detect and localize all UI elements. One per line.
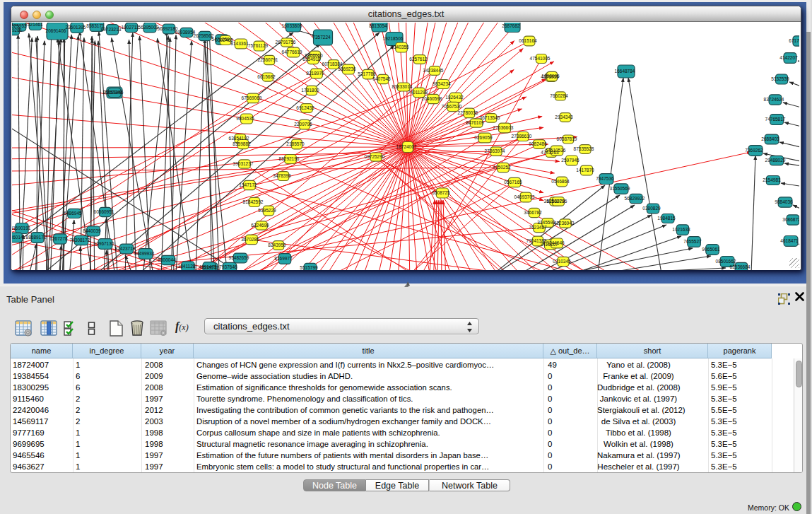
svg-text:0546864: 0546864 xyxy=(551,179,570,184)
svg-text:6224699: 6224699 xyxy=(251,223,269,228)
svg-text:1098696: 1098696 xyxy=(541,74,560,78)
svg-text:20691406: 20691406 xyxy=(46,28,66,33)
svg-text:7660284: 7660284 xyxy=(550,93,568,98)
svg-text:87335528: 87335528 xyxy=(574,146,594,151)
svg-text:60560951: 60560951 xyxy=(94,209,114,214)
svg-text:4618471: 4618471 xyxy=(780,238,799,243)
svg-text:63854192: 63854192 xyxy=(229,136,249,141)
svg-text:1417870: 1417870 xyxy=(576,168,594,173)
svg-text:8169977: 8169977 xyxy=(274,256,293,261)
svg-text:20460598: 20460598 xyxy=(422,96,442,101)
svg-text:29488029: 29488029 xyxy=(765,158,786,163)
svg-text:4150252: 4150252 xyxy=(493,165,511,170)
svg-text:9065061: 9065061 xyxy=(702,247,720,252)
svg-text:26791756: 26791756 xyxy=(276,40,296,45)
svg-text:7623487: 7623487 xyxy=(529,225,547,230)
svg-text:89723213: 89723213 xyxy=(101,27,122,32)
svg-text:8143361: 8143361 xyxy=(230,41,249,46)
svg-text:82423718: 82423718 xyxy=(115,246,136,251)
svg-text:67569069: 67569069 xyxy=(242,95,262,100)
svg-text:1547172: 1547172 xyxy=(239,182,257,187)
svg-text:4391475: 4391475 xyxy=(199,264,217,269)
svg-text:74765817: 74765817 xyxy=(765,117,786,122)
svg-text:04693703: 04693703 xyxy=(514,194,535,199)
svg-text:1984815: 1984815 xyxy=(657,216,676,221)
svg-text:5869236: 5869236 xyxy=(338,66,356,71)
svg-text:3466782: 3466782 xyxy=(524,210,542,215)
svg-text:2597945: 2597945 xyxy=(561,158,579,163)
svg-text:0269059: 0269059 xyxy=(474,135,493,140)
svg-text:36713545: 36713545 xyxy=(480,115,500,120)
svg-text:8440039: 8440039 xyxy=(83,228,101,233)
svg-text:18724007: 18724007 xyxy=(396,144,417,149)
svg-text:22360791: 22360791 xyxy=(258,57,278,62)
svg-text:74011298: 74011298 xyxy=(408,90,428,95)
svg-text:08501662: 08501662 xyxy=(716,259,736,264)
svg-text:42236943: 42236943 xyxy=(554,221,575,226)
svg-text:56829922: 56829922 xyxy=(625,196,645,201)
svg-text:6486945: 6486945 xyxy=(64,211,82,216)
svg-text:22780036: 22780036 xyxy=(458,110,478,115)
svg-text:10967130: 10967130 xyxy=(94,241,114,246)
svg-text:34238445: 34238445 xyxy=(423,68,444,73)
svg-text:54510536: 54510536 xyxy=(546,148,566,153)
svg-text:75761129: 75761129 xyxy=(248,43,269,48)
svg-text:3670286: 3670286 xyxy=(241,237,259,242)
svg-text:9082486: 9082486 xyxy=(529,141,547,146)
svg-text:8218970: 8218970 xyxy=(306,71,324,76)
svg-text:83724624: 83724624 xyxy=(764,97,784,102)
svg-text:31690191: 31690191 xyxy=(12,226,31,230)
svg-text:16033809: 16033809 xyxy=(282,23,302,28)
svg-text:60718384: 60718384 xyxy=(322,62,343,66)
svg-text:6267278: 6267278 xyxy=(49,236,68,241)
svg-text:56395003: 56395003 xyxy=(139,25,159,30)
svg-text:7267949: 7267949 xyxy=(104,90,122,95)
svg-text:83833014: 83833014 xyxy=(392,84,413,89)
svg-text:8300044: 8300044 xyxy=(158,257,176,262)
svg-text:69938954: 69938954 xyxy=(175,30,196,35)
svg-text:0567165: 0567165 xyxy=(504,180,522,185)
svg-text:6257612: 6257612 xyxy=(409,57,428,62)
svg-text:2688403: 2688403 xyxy=(761,136,779,141)
svg-text:54499934: 54499934 xyxy=(134,251,155,256)
svg-text:09725290: 09725290 xyxy=(365,154,385,159)
svg-text:8359882: 8359882 xyxy=(233,141,251,146)
svg-text:8476109: 8476109 xyxy=(466,120,484,125)
svg-text:6508725: 6508725 xyxy=(432,190,450,195)
svg-text:5395229: 5395229 xyxy=(258,208,276,213)
svg-text:3086872: 3086872 xyxy=(782,217,799,222)
svg-text:27386610: 27386610 xyxy=(512,134,532,139)
svg-text:3145593: 3145593 xyxy=(537,220,555,225)
svg-text:4142207: 4142207 xyxy=(779,55,798,60)
svg-text:31550569: 31550569 xyxy=(610,186,630,191)
svg-text:52539296: 52539296 xyxy=(547,199,567,204)
svg-text:9804535: 9804535 xyxy=(236,116,254,121)
svg-text:6954913: 6954913 xyxy=(302,57,321,62)
svg-text:60387819: 60387819 xyxy=(557,136,577,141)
svg-text:8036014: 8036014 xyxy=(12,235,23,240)
svg-text:19218506: 19218506 xyxy=(383,36,404,41)
svg-text:2154981: 2154981 xyxy=(763,177,781,182)
svg-text:1021633: 1021633 xyxy=(672,227,690,232)
svg-text:16648784: 16648784 xyxy=(615,69,635,74)
svg-text:3478399: 3478399 xyxy=(273,173,291,178)
svg-text:2934343: 2934343 xyxy=(555,115,573,119)
svg-text:0210345: 0210345 xyxy=(553,259,571,264)
svg-text:88689171: 88689171 xyxy=(26,235,47,240)
svg-text:7655527: 7655527 xyxy=(683,239,702,244)
svg-text:1902711: 1902711 xyxy=(122,25,139,30)
svg-text:70567530: 70567530 xyxy=(442,104,462,109)
svg-text:3841128: 3841128 xyxy=(178,264,196,269)
svg-text:9244646: 9244646 xyxy=(546,240,565,245)
svg-text:23601395: 23601395 xyxy=(66,25,86,30)
svg-text:9834234: 9834234 xyxy=(433,81,451,86)
svg-text:47541005: 47541005 xyxy=(530,56,551,61)
svg-text:6717067: 6717067 xyxy=(789,38,799,43)
svg-text:2687682: 2687682 xyxy=(502,23,520,28)
svg-text:81842592: 81842592 xyxy=(243,199,264,204)
svg-text:1826432: 1826432 xyxy=(445,95,464,100)
svg-text:62536684: 62536684 xyxy=(730,264,751,269)
svg-text:0407545: 0407545 xyxy=(372,76,391,81)
svg-text:7847536: 7847536 xyxy=(596,176,614,181)
svg-text:5515799: 5515799 xyxy=(300,265,318,270)
